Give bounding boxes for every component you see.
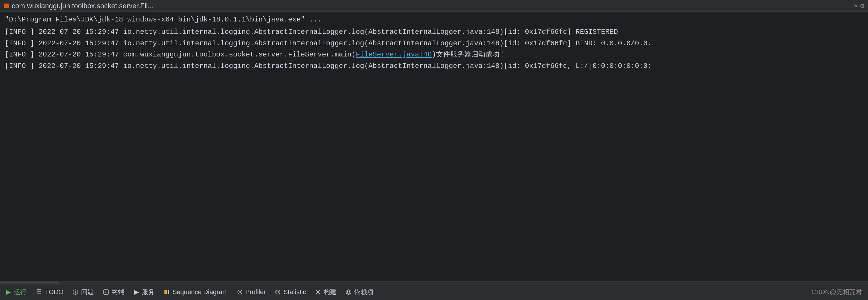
status-bar: ▶运行☰TODO!问题>_终端▶服务Sequence DiagramProfil… (0, 283, 868, 300)
status-item-build[interactable]: 构建 (311, 284, 341, 300)
profiler-label: Profiler (246, 288, 266, 296)
console-output: "D:\Program Files\JDK\jdk-18_windows-x64… (0, 12, 868, 281)
svg-text:J: J (5, 4, 7, 8)
todo-icon: ☰ (36, 288, 42, 296)
scroll-track[interactable] (0, 281, 59, 283)
statistic-label: Statistic (283, 288, 306, 296)
svg-text:>_: >_ (104, 291, 108, 294)
build-label: 构建 (323, 288, 337, 297)
status-items: ▶运行☰TODO!问题>_终端▶服务Sequence DiagramProfil… (1, 284, 378, 300)
console-line: [INFO ] 2022-07-20 15:29:47 io.netty.uti… (5, 26, 863, 38)
services-icon: ▶ (134, 288, 139, 296)
sequence-diagram-icon (164, 290, 169, 295)
window-title: com.wuxianggujun.toolbox.socket.server.F… (12, 2, 851, 10)
status-item-terminal[interactable]: >_终端 (99, 284, 129, 300)
terminal-label: 终端 (112, 288, 124, 297)
title-bar: J com.wuxianggujun.toolbox.socket.server… (0, 0, 868, 12)
console-lines: [INFO ] 2022-07-20 15:29:47 io.netty.uti… (5, 26, 863, 72)
log-file-link[interactable]: FileServer.java:40 (355, 51, 432, 58)
svg-point-9 (238, 290, 242, 294)
svg-marker-17 (347, 291, 350, 294)
statistic-icon (275, 290, 280, 295)
status-item-statistic[interactable]: Statistic (271, 284, 311, 300)
svg-rect-7 (166, 290, 167, 294)
svg-rect-8 (168, 290, 169, 294)
scroll-bar-area[interactable] (0, 281, 868, 283)
services-label: 服务 (142, 288, 155, 297)
run-label: 运行 (14, 288, 27, 297)
status-item-issues[interactable]: !问题 (68, 284, 99, 300)
svg-text:!: ! (74, 290, 76, 294)
issues-icon: ! (73, 290, 78, 295)
profiler-icon (237, 290, 243, 295)
app-icon: J (3, 3, 9, 9)
settings-icon[interactable]: ⚙ (860, 1, 865, 10)
todo-label: TODO (45, 288, 63, 296)
run-icon: ▶ (6, 288, 11, 296)
status-item-todo[interactable]: ☰TODO (31, 284, 68, 300)
svg-point-10 (239, 291, 241, 293)
status-item-profiler[interactable]: Profiler (232, 284, 271, 300)
status-item-services[interactable]: ▶服务 (129, 284, 159, 300)
console-path-line: "D:\Program Files\JDK\jdk-18_windows-x64… (5, 14, 863, 25)
issues-label: 问题 (81, 288, 94, 297)
status-right-text: CSDN@无相瓦君 (811, 288, 867, 297)
status-item-sequence-diagram[interactable]: Sequence Diagram (159, 284, 232, 300)
svg-rect-6 (164, 290, 165, 294)
terminal-icon: >_ (103, 290, 108, 295)
sequence-diagram-label: Sequence Diagram (173, 288, 227, 296)
console-line: [INFO ] 2022-07-20 15:29:47 com.wuxiangg… (5, 49, 863, 60)
status-item-dependencies[interactable]: 依赖项 (341, 284, 378, 300)
dependencies-label: 依赖项 (354, 288, 373, 297)
console-line: [INFO ] 2022-07-20 15:29:47 io.netty.uti… (5, 38, 863, 49)
dependencies-icon (346, 290, 351, 295)
status-item-run[interactable]: ▶运行 (1, 284, 31, 300)
build-icon (315, 290, 321, 295)
console-line: [INFO ] 2022-07-20 15:29:47 io.netty.uti… (5, 61, 863, 72)
svg-point-12 (277, 291, 279, 293)
close-button[interactable]: ✕ (851, 2, 860, 10)
